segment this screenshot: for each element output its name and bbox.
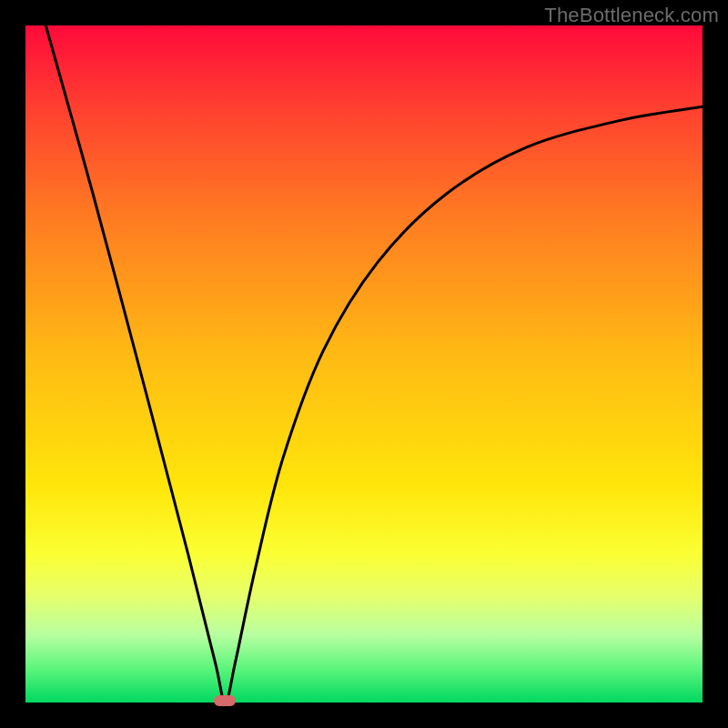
bottleneck-curve: [46, 25, 703, 703]
curve-svg: [25, 25, 703, 703]
min-marker: [214, 695, 236, 706]
watermark-text: TheBottleneck.com: [544, 4, 719, 27]
plot-area: [25, 25, 703, 703]
